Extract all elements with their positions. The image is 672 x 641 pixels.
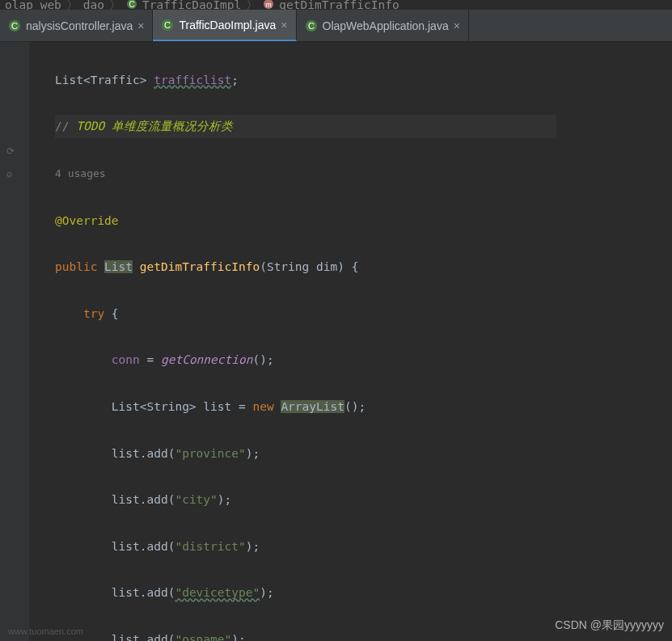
gutter[interactable]: ⟳ ⊖ xyxy=(0,42,29,641)
collapse-gutter-icon[interactable]: ⊖ xyxy=(6,169,12,180)
method-icon: m xyxy=(263,0,274,10)
code-area[interactable]: List<Traffic> trafficlist; // TODO 单维度流量… xyxy=(29,42,556,641)
code-line[interactable]: conn = getConnection(); xyxy=(55,348,556,372)
svg-text:m: m xyxy=(266,1,273,9)
code-line[interactable]: List<String> list = new ArrayList(); xyxy=(55,395,556,419)
svg-text:C: C xyxy=(308,21,315,31)
svg-text:C: C xyxy=(165,20,171,30)
code-line[interactable]: public List getDimTrafficInfo(String dim… xyxy=(55,255,556,279)
tab-label: TrafficDaoImpl.java xyxy=(179,19,276,32)
class-icon: C xyxy=(126,0,137,10)
tab-label: nalysisController.java xyxy=(26,19,133,32)
editor[interactable]: ⟳ ⊖ List<Traffic> trafficlist; // TODO 单… xyxy=(0,42,672,641)
code-line[interactable]: list.add("district"); xyxy=(55,535,556,559)
watermark-secondary: www.tuomaen.com xyxy=(8,626,83,636)
bc-part[interactable]: olap_web xyxy=(5,0,61,10)
close-icon[interactable]: × xyxy=(281,19,287,32)
bc-part[interactable]: TrafficDaoImpl xyxy=(142,0,241,10)
java-class-icon: C xyxy=(161,19,174,32)
code-line[interactable]: list.add("city"); xyxy=(55,488,556,512)
code-line[interactable]: list.add("province"); xyxy=(55,442,556,466)
code-line[interactable]: try { xyxy=(55,302,556,326)
tab-olap-web-application[interactable]: C OlapWebApplication.java × xyxy=(297,10,469,41)
svg-text:C: C xyxy=(129,0,134,9)
java-class-icon: C xyxy=(305,19,318,32)
code-line[interactable]: // TODO 单维度流量概况分析类 xyxy=(55,115,556,138)
code-line[interactable]: list.add("devicetype"); xyxy=(55,581,556,605)
code-line[interactable]: @Override xyxy=(55,209,556,233)
bc-part[interactable]: dao xyxy=(83,0,104,10)
override-gutter-icon[interactable]: ⟳ xyxy=(6,145,15,157)
tab-traffic-dao-impl[interactable]: C TrafficDaoImpl.java × xyxy=(153,10,296,41)
bc-part[interactable]: getDimTrafficInfo xyxy=(279,0,399,10)
svg-text:C: C xyxy=(11,21,18,31)
tab-label: OlapWebApplication.java xyxy=(323,19,449,32)
close-icon[interactable]: × xyxy=(454,19,460,32)
close-icon[interactable]: × xyxy=(137,19,144,32)
tab-bar: C nalysisController.java × C TrafficDaoI… xyxy=(0,10,672,42)
breadcrumb: olap_web〉 dao〉 C TrafficDaoImpl〉 m getDi… xyxy=(0,0,672,10)
watermark: CSDN @果园yyyyyyy xyxy=(555,618,664,633)
code-line[interactable]: List<Traffic> trafficlist; xyxy=(55,69,556,92)
usages-hint[interactable]: 4 usages xyxy=(55,162,556,186)
tab-analysis-controller[interactable]: C nalysisController.java × xyxy=(0,10,153,41)
java-class-icon: C xyxy=(8,19,21,32)
code-line[interactable]: list.add("osname"); xyxy=(55,628,556,641)
